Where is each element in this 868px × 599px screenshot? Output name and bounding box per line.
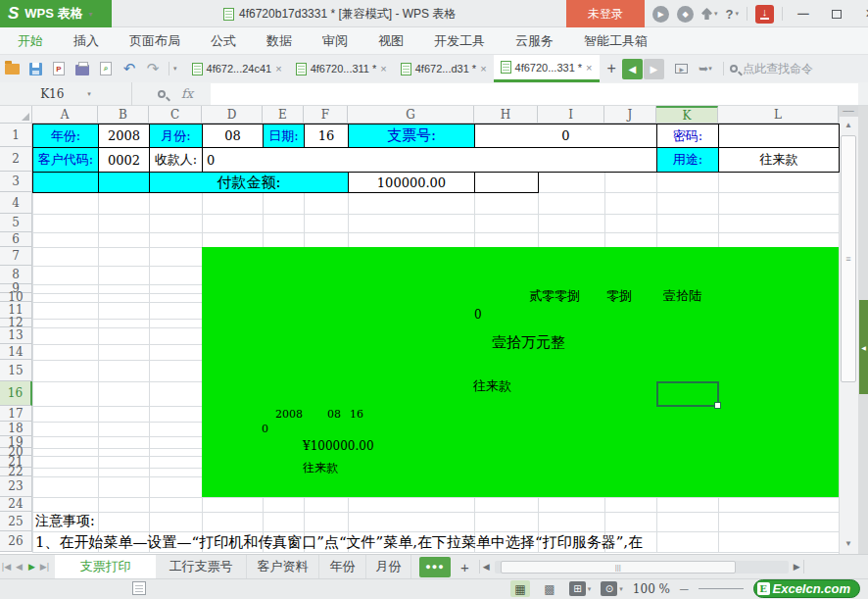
macro-record-icon[interactable] — [132, 581, 146, 595]
column-header-D[interactable]: D — [202, 106, 263, 124]
column-header-G[interactable]: G — [348, 106, 474, 124]
prev-tab-button[interactable]: ◀ — [622, 59, 643, 79]
split-handle[interactable]: ── — [839, 106, 858, 117]
column-header-H[interactable]: H — [474, 106, 538, 124]
row-header-23[interactable]: 23 — [0, 476, 32, 497]
undo-button[interactable]: ↶ — [118, 58, 141, 79]
cell-B3[interactable] — [98, 172, 150, 193]
document-tab[interactable]: 4f6720...331 *× — [494, 55, 600, 82]
redo-button[interactable]: ↷ — [141, 58, 165, 79]
minimize-button[interactable]: ─ — [791, 0, 816, 27]
close-tab-icon[interactable]: × — [480, 63, 486, 75]
row-header-4[interactable]: 4 — [0, 192, 32, 214]
cell-H1[interactable]: 0 — [474, 124, 657, 148]
column-header-F[interactable]: F — [304, 106, 348, 124]
present-button[interactable]: ▶ — [670, 58, 694, 79]
next-tab-button[interactable]: ▶ — [644, 59, 664, 79]
row-header-6[interactable]: 6 — [0, 232, 32, 247]
cell-G3[interactable]: 100000.00 — [348, 172, 475, 193]
row-header-1[interactable]: 1 — [0, 124, 32, 147]
row-header-7[interactable]: 7 — [0, 247, 32, 266]
close-tab-icon[interactable]: × — [275, 63, 281, 75]
close-tab-icon[interactable]: × — [586, 62, 592, 74]
app-menu-button[interactable]: S WPS 表格 ▾ — [0, 0, 112, 27]
skin-switch-button[interactable]: ▾ — [701, 8, 718, 20]
horizontal-scroll-thumb[interactable]: ||| — [501, 561, 736, 574]
column-header-B[interactable]: B — [98, 106, 149, 124]
task-pane-handle[interactable]: ◀ — [859, 300, 868, 394]
download-update-button[interactable]: ↓ — [755, 5, 774, 24]
row-header-24[interactable]: 24 — [0, 497, 32, 512]
cell-B2[interactable]: 0002 — [98, 147, 150, 173]
save-button[interactable] — [24, 58, 47, 79]
docer-templates-icon[interactable]: ◆ — [677, 6, 694, 23]
column-header-E[interactable]: E — [263, 106, 304, 124]
reading-mode-button[interactable]: ⊞▾ — [569, 581, 592, 596]
cell-K2[interactable]: 用途: — [656, 147, 719, 173]
wps-community-icon[interactable]: ▶ — [652, 6, 669, 23]
cell-L2[interactable]: 往来款 — [718, 147, 840, 173]
vertical-scroll-thumb[interactable]: ≡ — [841, 135, 856, 382]
select-all-corner[interactable] — [0, 106, 32, 124]
cell-D1[interactable]: 08 — [202, 124, 264, 148]
row-header-17[interactable]: 17 — [0, 406, 32, 422]
first-sheet-button[interactable]: |◀ — [0, 562, 13, 572]
normal-view-button[interactable]: ▦ — [510, 580, 530, 597]
cell-F1[interactable]: 16 — [304, 124, 349, 148]
menu-tab-开始[interactable]: 开始 — [18, 32, 43, 50]
row-header-5[interactable]: 5 — [0, 214, 32, 232]
scroll-up-arrow[interactable]: ▲ — [839, 117, 858, 132]
menu-tab-智能工具箱[interactable]: 智能工具箱 — [584, 32, 648, 50]
row-header-10[interactable]: 10 — [0, 293, 32, 302]
cell-H3[interactable] — [474, 172, 539, 193]
help-button[interactable]: ?▾ — [726, 7, 739, 22]
cell-A3[interactable] — [32, 172, 99, 193]
close-tab-icon[interactable]: × — [380, 63, 386, 75]
print-preview-button[interactable]: ⌕ — [94, 58, 118, 79]
print-button[interactable] — [71, 58, 94, 79]
row-header-14[interactable]: 14 — [0, 344, 32, 360]
prev-sheet-button[interactable]: ◀ — [13, 562, 25, 572]
cell-K1[interactable]: 密码: — [656, 124, 719, 148]
menu-tab-插入[interactable]: 插入 — [73, 32, 99, 50]
cell-B1[interactable]: 2008 — [98, 124, 150, 148]
row-header-3[interactable]: 3 — [0, 172, 32, 192]
cell-L1[interactable] — [718, 124, 840, 148]
new-document-button[interactable]: + — [607, 60, 616, 77]
menu-tab-审阅[interactable]: 审阅 — [322, 32, 348, 50]
zoom-slider[interactable] — [699, 588, 744, 589]
column-header-A[interactable]: A — [32, 106, 98, 124]
menu-tab-视图[interactable]: 视图 — [378, 32, 404, 50]
column-header-C[interactable]: C — [149, 106, 202, 124]
column-header-J[interactable]: J — [604, 106, 656, 124]
cell-C1[interactable]: 月份: — [149, 124, 203, 148]
insert-function-button[interactable] — [150, 83, 173, 105]
cell-A1[interactable]: 年份: — [32, 124, 99, 148]
cell-D2[interactable]: 0 — [202, 147, 657, 173]
document-tab[interactable]: 4f672...24c41× — [185, 55, 289, 82]
cell-C2[interactable]: 收款人: — [149, 147, 203, 173]
menu-tab-数据[interactable]: 数据 — [266, 32, 292, 50]
login-button[interactable]: 未登录 — [566, 0, 645, 27]
sheet-tab-支票打印[interactable]: 支票打印 — [55, 555, 156, 579]
selected-cell-outline[interactable] — [656, 381, 719, 407]
document-tab[interactable]: 4f672...d31 *× — [394, 55, 494, 82]
zoom-out-button[interactable]: ─ — [680, 582, 689, 596]
row-header-16[interactable]: 16 — [0, 381, 32, 406]
sheet-tab-客户资料[interactable]: 客户资料 — [247, 555, 319, 579]
column-header-K[interactable]: K — [656, 106, 718, 124]
next-sheet-button[interactable]: ▶ — [25, 562, 38, 572]
hscroll-left-arrow[interactable]: ◀ — [480, 562, 493, 572]
column-header-L[interactable]: L — [718, 106, 839, 124]
toolbar-more-dropdown[interactable]: ▾ — [173, 65, 177, 73]
cell-E1[interactable]: 日期: — [263, 124, 305, 148]
export-pdf-button[interactable]: P — [47, 58, 71, 79]
row-header-22[interactable]: 22 — [0, 468, 32, 476]
maximize-button[interactable] — [824, 0, 849, 27]
row-header-26[interactable]: 26 — [0, 531, 32, 552]
last-sheet-button[interactable]: ▶| — [38, 562, 51, 572]
menu-tab-页面布局[interactable]: 页面布局 — [129, 32, 180, 50]
row-header-13[interactable]: 13 — [0, 327, 32, 344]
add-sheet-button[interactable]: + — [460, 559, 469, 575]
formula-input[interactable] — [211, 83, 858, 105]
